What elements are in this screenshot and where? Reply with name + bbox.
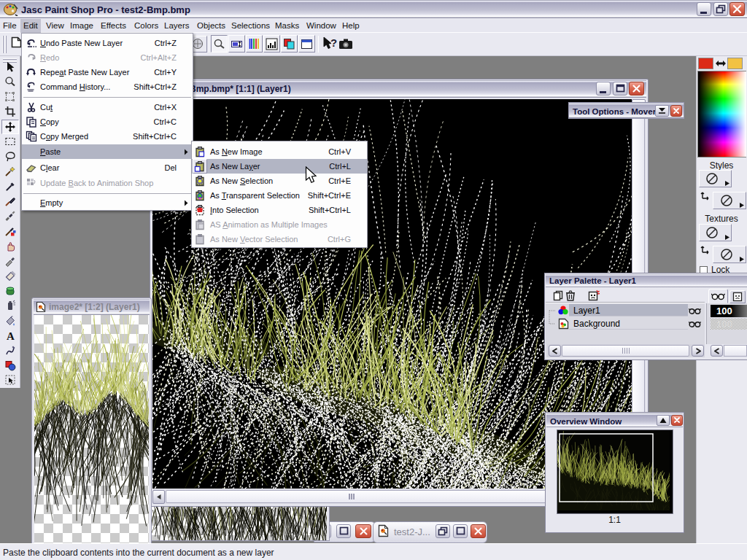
svg-text:?: ? — [330, 36, 337, 49]
svg-text:A: A — [7, 330, 15, 342]
